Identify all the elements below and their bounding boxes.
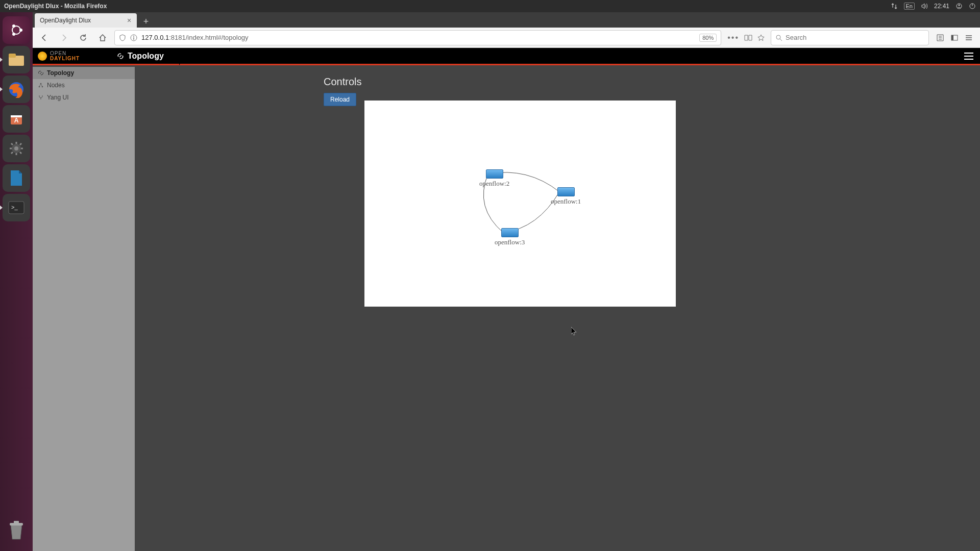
switch-icon — [486, 169, 503, 179]
tab-title: OpenDaylight Dlux — [40, 17, 91, 24]
node-label: openflow:3 — [495, 238, 525, 246]
clock[interactable]: 22:41 — [934, 3, 949, 10]
svg-rect-21 — [133, 37, 134, 40]
settings-app-icon[interactable] — [3, 135, 30, 162]
browser-toolbar: 127.0.0.1:8181/index.html#/topology 80% … — [33, 28, 980, 48]
dash-icon[interactable] — [3, 16, 30, 44]
sidebar-toggle-icon[interactable] — [950, 34, 959, 42]
system-tray: En 22:41 — [891, 3, 976, 10]
topology-node[interactable]: openflow:3 — [495, 228, 525, 246]
firefox-app-icon[interactable] — [3, 76, 30, 103]
toolbar-right-icons — [933, 34, 976, 42]
files-app-icon[interactable] — [3, 46, 30, 73]
search-icon — [775, 34, 782, 41]
tab-strip: OpenDaylight Dlux × + — [33, 12, 980, 28]
software-center-icon[interactable]: A — [3, 105, 30, 133]
svg-rect-24 — [951, 35, 953, 40]
firefox-menu-icon[interactable] — [965, 34, 973, 42]
logo-text-line2: DAYLIGHT — [50, 56, 80, 61]
trash-icon[interactable] — [3, 516, 30, 544]
sidebar-item-label: Yang UI — [47, 94, 68, 101]
svg-point-20 — [133, 36, 134, 37]
topology-node[interactable]: openflow:1 — [551, 187, 581, 206]
header-tab-topology[interactable]: Topology — [109, 48, 179, 64]
svg-point-4 — [19, 29, 22, 32]
svg-point-22 — [776, 35, 780, 39]
keyboard-layout-indicator[interactable]: En — [904, 3, 915, 10]
bookmark-star-icon[interactable] — [757, 34, 765, 41]
sidebar-item-topology[interactable]: Topology — [33, 67, 135, 79]
yang-icon — [38, 95, 44, 100]
app-sidebar: Topology Nodes Yang UI — [33, 67, 135, 551]
search-input[interactable] — [786, 34, 924, 41]
browser-tab[interactable]: OpenDaylight Dlux × — [35, 13, 137, 28]
svg-point-14 — [14, 146, 18, 151]
nodes-icon — [38, 83, 44, 88]
zoom-level-badge[interactable]: 80% — [699, 34, 717, 42]
opendaylight-logo[interactable]: OPEN DAYLIGHT — [33, 48, 109, 64]
libreoffice-icon[interactable] — [3, 164, 30, 192]
topology-links-svg — [364, 101, 676, 307]
reload-page-button[interactable] — [76, 30, 91, 45]
node-label: openflow:1 — [551, 197, 581, 206]
shield-icon[interactable] — [119, 34, 126, 41]
svg-point-6 — [12, 33, 15, 36]
volume-icon[interactable] — [921, 3, 928, 10]
sidebar-item-label: Nodes — [47, 82, 65, 89]
reload-topology-button[interactable]: Reload — [324, 93, 356, 106]
svg-point-5 — [12, 24, 15, 28]
site-info-icon[interactable] — [130, 34, 137, 41]
topology-node[interactable]: openflow:2 — [479, 169, 509, 188]
page-actions: ••• — [725, 33, 767, 42]
switch-icon — [557, 187, 575, 196]
link-icon — [116, 52, 125, 60]
back-button[interactable] — [37, 30, 52, 45]
power-icon[interactable] — [969, 3, 976, 10]
node-label: openflow:2 — [479, 180, 509, 188]
terminal-app-icon[interactable]: >_ — [3, 194, 30, 221]
app-body: Topology Nodes Yang UI Controls Re — [33, 67, 980, 551]
topology-canvas[interactable]: openflow:2 openflow:1 openflow:3 — [364, 101, 676, 307]
mouse-cursor-icon — [571, 327, 577, 336]
forward-button[interactable] — [56, 30, 71, 45]
app-menu-button[interactable] — [958, 48, 980, 64]
logo-text-line1: OPEN — [50, 51, 80, 56]
svg-text:A: A — [14, 117, 19, 124]
controls-heading: Controls — [324, 76, 980, 88]
opendaylight-app: OPEN DAYLIGHT Topology Topo — [33, 48, 980, 551]
tab-close-button[interactable]: × — [126, 17, 133, 24]
unity-launcher: A >_ — [0, 12, 33, 551]
url-text: 127.0.0.1:8181/index.html#/topology — [141, 34, 695, 41]
desktop-top-panel: OpenDaylight Dlux - Mozilla Firefox En 2… — [0, 0, 980, 12]
svg-rect-8 — [9, 54, 16, 58]
header-tab-label: Topology — [128, 52, 164, 61]
svg-point-1 — [959, 5, 960, 6]
address-bar[interactable]: 127.0.0.1:8181/index.html#/topology 80% — [114, 30, 721, 45]
logo-mark-icon — [38, 52, 47, 61]
sidebar-item-label: Topology — [47, 69, 74, 77]
app-main: Controls Reload openflow:2 openflow:1 — [135, 67, 980, 551]
sidebar-item-nodes[interactable]: Nodes — [33, 79, 135, 91]
svg-text:>_: >_ — [11, 204, 18, 210]
home-button[interactable] — [95, 30, 110, 45]
svg-rect-18 — [14, 521, 19, 523]
switch-icon — [501, 228, 519, 237]
search-box[interactable] — [771, 30, 929, 45]
new-tab-button[interactable]: + — [140, 15, 152, 28]
sidebar-item-yang-ui[interactable]: Yang UI — [33, 91, 135, 104]
window-title: OpenDaylight Dlux - Mozilla Firefox — [4, 3, 107, 10]
reader-mode-icon[interactable] — [744, 34, 752, 41]
network-icon[interactable] — [891, 3, 898, 10]
app-header: OPEN DAYLIGHT Topology — [33, 48, 980, 65]
firefox-window: OpenDaylight Dlux × + 127.0.0.1:8181/ind — [33, 12, 980, 551]
downloads-icon[interactable] — [936, 34, 944, 42]
page-actions-menu-icon[interactable]: ••• — [727, 33, 739, 42]
link-icon — [38, 70, 44, 76]
session-icon[interactable] — [955, 3, 963, 10]
